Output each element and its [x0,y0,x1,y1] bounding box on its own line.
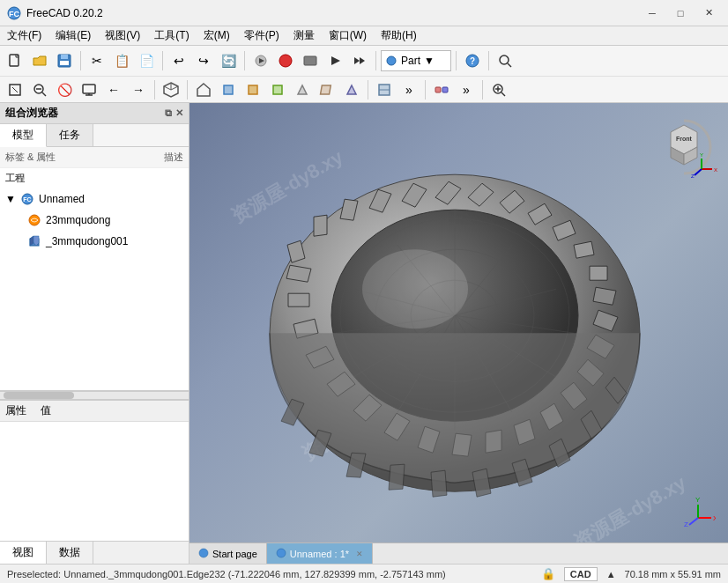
tab-tasks[interactable]: 任务 [47,124,93,146]
status-right: 🔒 CAD ▲ 70.18 mm x 55.91 mm [541,567,721,581]
tree-item-unnamed-label: Unnamed [39,193,183,205]
view-bottom-button[interactable] [340,78,363,101]
horizontal-scrollbar[interactable] [0,391,189,400]
view-left-button[interactable] [316,78,338,101]
back-button[interactable]: ← [102,78,125,101]
3d-view-button[interactable] [160,78,182,101]
tree-item-unnamed[interactable]: ▼ FC Unnamed [0,188,189,210]
view-more-btn2[interactable]: » [397,78,420,101]
workbench-dropdown[interactable]: Part ▼ [381,50,451,71]
start-page-tab-icon [198,548,209,560]
copy-button[interactable]: 📋 [110,49,133,72]
unnamed-tab-close[interactable]: ✕ [356,550,363,558]
bottom-tab-view[interactable]: 视图 [0,542,47,564]
panel-close-button[interactable]: ✕ [175,107,183,119]
zoom-fit-button[interactable] [4,78,26,101]
tab-model[interactable]: 模型 [0,124,47,147]
undo-button[interactable]: ↩ [167,49,190,72]
unnamed-tab-icon [276,548,286,560]
stereo-button[interactable] [430,78,453,101]
svg-point-78 [362,249,468,328]
panel-tabs: 模型 任务 [0,124,189,147]
save-button[interactable] [53,49,76,72]
toolbar-sep-4 [375,51,376,70]
svg-text:?: ? [470,56,475,66]
refresh-button[interactable]: 🔄 [217,49,240,72]
tree-col-label: 标签 & 属性 [5,151,164,164]
view-top-button[interactable] [217,78,240,101]
toolbar-sep-5 [456,51,457,70]
viewport[interactable]: 资源屋-dy8.xy 资源屋-dy8.xy 资源屋-dy8.xy 资源屋-dy8… [189,103,728,564]
help-button[interactable]: ? [461,49,484,72]
properties-content [0,422,189,429]
maximize-button[interactable]: □ [668,4,693,22]
unnamed-tab-label: Unnamed : 1* [290,549,349,559]
menu-file[interactable]: 文件(F) [0,26,48,45]
fast-forward-button[interactable] [348,49,371,72]
forward-button[interactable]: → [127,78,150,101]
toolbar-sep-7 [154,80,155,100]
view-home-button[interactable] [192,78,215,101]
view-more-btn1[interactable] [373,78,396,101]
tab-start-page[interactable]: Start page [189,543,267,565]
play-button[interactable] [323,49,346,72]
svg-text:Y: Y [695,496,701,504]
svg-marker-10 [331,56,340,65]
menu-macro[interactable]: 宏(M) [197,26,237,45]
search-button[interactable] [494,49,516,72]
view-more-btn3[interactable]: » [455,78,478,101]
record-button[interactable] [299,49,322,72]
viewport-tabs: Start page Unnamed : 1* ✕ [189,542,728,564]
tree-item-23mm-label: 23mmqudong [46,214,183,226]
menu-window[interactable]: 窗口(W) [322,26,374,45]
lock-icon: 🔒 [541,567,555,580]
dimensions-display: 70.18 mm x 55.91 mm [625,569,721,579]
title-bar: FC FreeCAD 0.20.2 ─ □ ✕ [0,0,728,26]
minimize-button[interactable]: ─ [640,4,665,22]
menu-part[interactable]: 零件(P) [237,26,286,45]
cad-badge[interactable]: CAD [564,567,598,581]
coordinates-display: ▲ [606,569,616,579]
macro-button[interactable] [249,49,272,72]
open-button[interactable] [28,49,51,72]
status-bar: Preselected: Unnamed._3mmqudong001.Edge2… [0,564,728,583]
menu-tools[interactable]: 工具(T) [147,26,196,45]
svg-marker-34 [298,85,307,94]
toolbar-sep-10 [425,80,426,100]
tab-unnamed-1[interactable]: Unnamed : 1* ✕ [267,543,373,565]
tree-item-23mm[interactable]: 23mmqudong [0,210,189,231]
toolbar-sep-11 [482,80,483,100]
view-front-button[interactable] [241,78,264,101]
new-button[interactable] [4,49,26,72]
bottom-tab-data[interactable]: 数据 [47,542,93,564]
svg-marker-12 [360,57,365,64]
workbench-arrow: ▼ [424,55,435,67]
main-content: 组合浏览器 ⧉ ✕ 模型 任务 标签 & 属性 描述 工程 ▼ FC Unnam… [0,103,728,564]
menu-measure[interactable]: 测量 [286,26,322,45]
view-rear-button[interactable] [291,78,314,101]
stop-button[interactable] [274,49,297,72]
left-panel: 组合浏览器 ⧉ ✕ 模型 任务 标签 & 属性 描述 工程 ▼ FC Unnam… [0,103,189,564]
close-button[interactable]: ✕ [696,4,721,22]
panel-float-button[interactable]: ⧉ [165,107,172,119]
cut-button[interactable]: ✂ [85,49,108,72]
zoom-out-button[interactable] [28,78,51,101]
paste-button[interactable]: 📄 [135,49,158,72]
zoom-area-button[interactable] [487,78,510,101]
svg-line-28 [171,86,178,90]
redo-button[interactable]: ↪ [192,49,215,72]
monitor-button[interactable] [78,78,100,101]
no-entry-button[interactable]: 🚫 [53,78,76,101]
panel-tree: 标签 & 属性 描述 工程 ▼ FC Unnamed [0,147,189,391]
view-right-button[interactable] [266,78,289,101]
box-icon-3mm [26,233,42,249]
menu-edit[interactable]: 编辑(E) [48,26,98,45]
svg-line-83 [689,518,698,525]
menu-help[interactable]: 帮助(H) [374,26,424,45]
svg-rect-5 [60,61,69,65]
svg-rect-40 [442,87,448,92]
toolbar-sep-6 [488,51,489,70]
menu-view[interactable]: 视图(V) [98,26,147,45]
tree-item-3mm[interactable]: _3mmqudong001 [0,231,189,252]
svg-rect-23 [83,85,95,93]
